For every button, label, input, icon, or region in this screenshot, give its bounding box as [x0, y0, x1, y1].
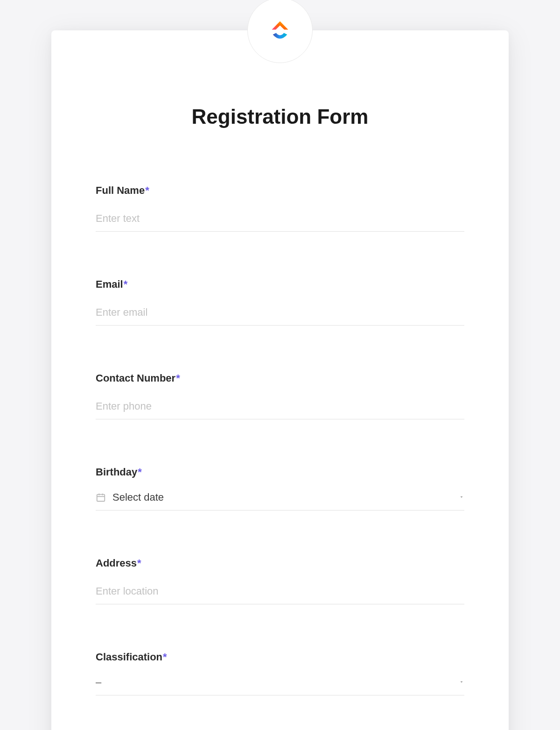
- address-input[interactable]: [96, 581, 464, 604]
- email-input[interactable]: [96, 302, 464, 326]
- contact-number-input[interactable]: [96, 396, 464, 419]
- birthday-date-picker[interactable]: Select date: [96, 489, 464, 510]
- required-marker: *: [124, 278, 128, 290]
- full-name-label-text: Full Name: [96, 184, 145, 196]
- contact-number-field: Contact Number*: [96, 372, 464, 419]
- required-marker: *: [163, 651, 167, 663]
- svg-rect-0: [97, 495, 105, 502]
- clickup-logo-icon: [264, 14, 296, 47]
- address-field: Address*: [96, 557, 464, 604]
- classification-placeholder-text: –: [96, 676, 459, 688]
- classification-field: Classification* –: [96, 651, 464, 695]
- address-label-text: Address: [96, 557, 137, 569]
- classification-label: Classification*: [96, 651, 464, 663]
- contact-number-label-text: Contact Number: [96, 372, 175, 384]
- full-name-label: Full Name*: [96, 184, 464, 197]
- email-label-text: Email: [96, 278, 123, 290]
- chevron-down-icon: [459, 494, 464, 501]
- email-field: Email*: [96, 278, 464, 326]
- registration-form-card: Registration Form Full Name* Email* Cont…: [51, 30, 509, 730]
- required-marker: *: [145, 184, 149, 196]
- birthday-field: Birthday* Select date: [96, 466, 464, 510]
- logo-badge: [247, 0, 313, 63]
- birthday-label-text: Birthday: [96, 466, 137, 478]
- email-label: Email*: [96, 278, 464, 291]
- required-marker: *: [176, 372, 180, 384]
- required-marker: *: [137, 557, 141, 569]
- contact-number-label: Contact Number*: [96, 372, 464, 384]
- form-title: Registration Form: [96, 105, 464, 128]
- address-label: Address*: [96, 557, 464, 569]
- classification-label-text: Classification: [96, 651, 162, 663]
- chevron-down-icon: [459, 679, 464, 686]
- calendar-icon: [96, 492, 106, 503]
- full-name-field: Full Name*: [96, 184, 464, 232]
- full-name-input[interactable]: [96, 208, 464, 232]
- birthday-label: Birthday*: [96, 466, 464, 478]
- classification-dropdown[interactable]: –: [96, 674, 464, 695]
- required-marker: *: [138, 466, 142, 478]
- birthday-placeholder-text: Select date: [112, 491, 459, 503]
